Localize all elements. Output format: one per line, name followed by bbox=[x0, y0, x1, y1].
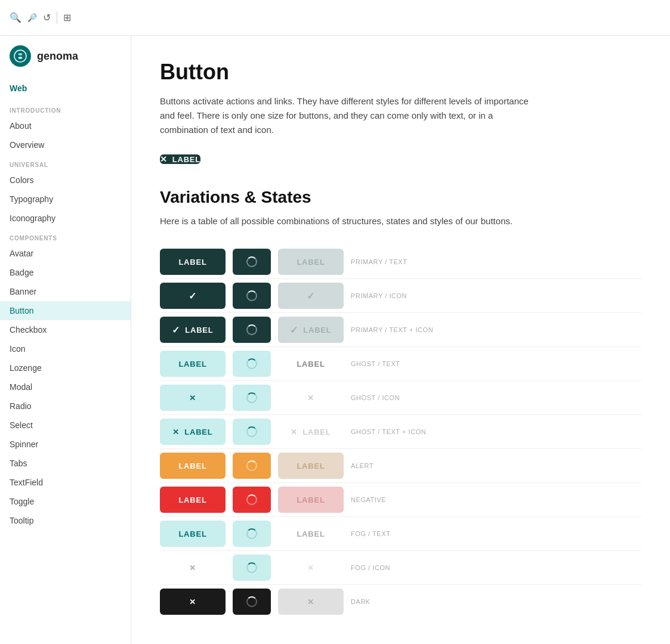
ghost-icon-default-button[interactable]: ✕ bbox=[160, 385, 226, 411]
zoom-out-icon[interactable]: 🔎 bbox=[27, 13, 37, 22]
x-icon: ✕ bbox=[189, 564, 196, 572]
sidebar-item-typography[interactable]: Typography bbox=[0, 190, 131, 209]
dark-default-button[interactable]: ✕ bbox=[160, 589, 226, 615]
primary-icon-loading-button[interactable] bbox=[233, 283, 271, 309]
sidebar-item-radio[interactable]: Radio bbox=[0, 397, 131, 416]
row-label: NEGATIVE bbox=[351, 496, 452, 503]
table-row: ✕ ✕ FOG / ICON bbox=[160, 551, 641, 585]
fog-icon-loading-button[interactable] bbox=[233, 555, 271, 581]
svg-point-0 bbox=[14, 50, 26, 62]
row-label: PRIMARY / TEXT bbox=[351, 258, 452, 265]
primary-icon-disabled-button: ✓ bbox=[278, 283, 344, 309]
fog-text-loading-button[interactable] bbox=[233, 521, 271, 547]
section-universal: UNIVERSAL bbox=[0, 154, 131, 171]
table-row: ✓ LABEL ✓ LABEL PRIMARY / TEXT + ICON bbox=[160, 313, 641, 347]
app-layout: genoma Web INTRODUCTION About Overview U… bbox=[0, 36, 670, 644]
sidebar-item-avatar[interactable]: Avatar bbox=[0, 244, 131, 263]
ghost-icon-disabled-button: ✕ bbox=[278, 385, 344, 411]
sidebar-item-tooltip[interactable]: Tooltip bbox=[0, 511, 131, 530]
primary-text-default-button[interactable]: LABEL bbox=[160, 249, 226, 275]
x-icon: ✕ bbox=[189, 597, 196, 606]
sidebar-item-checkbox[interactable]: Checkbox bbox=[0, 320, 131, 339]
sidebar-item-lozenge[interactable]: Lozenge bbox=[0, 358, 131, 377]
sidebar-item-textfield[interactable]: TextField bbox=[0, 473, 131, 492]
negative-default-button[interactable]: LABEL bbox=[160, 487, 226, 513]
table-row: LABEL LABEL PRIMARY / TEXT bbox=[160, 245, 641, 279]
alert-loading-button[interactable] bbox=[233, 453, 271, 479]
section-introduction: INTRODUCTION bbox=[0, 100, 131, 116]
button-label: LABEL bbox=[297, 496, 325, 504]
table-row: ✕ ✕ DARK bbox=[160, 585, 641, 618]
dark-loading-button[interactable] bbox=[233, 589, 271, 615]
spinner-icon bbox=[246, 324, 257, 335]
sidebar-item-tabs[interactable]: Tabs bbox=[0, 454, 131, 473]
fog-icon-default-button[interactable]: ✕ bbox=[160, 555, 226, 581]
row-label: PRIMARY / ICON bbox=[351, 292, 452, 299]
check-icon: ✓ bbox=[189, 290, 197, 302]
table-row: ✕ LABEL ✕ LABEL GHOST / TEXT + ICON bbox=[160, 415, 641, 449]
variations-description: Here is a table of all possible combinat… bbox=[160, 214, 542, 228]
ghost-text-icon-disabled-button: ✕ LABEL bbox=[278, 419, 344, 445]
primary-icon-default-button[interactable]: ✓ bbox=[160, 283, 226, 309]
spinner-icon bbox=[246, 290, 257, 301]
dark-disabled-button: ✕ bbox=[278, 589, 344, 615]
sidebar-item-select[interactable]: Select bbox=[0, 416, 131, 435]
demo-button[interactable]: ✕ LABEL bbox=[160, 154, 200, 164]
alert-default-button[interactable]: LABEL bbox=[160, 453, 226, 479]
ghost-text-default-button[interactable]: LABEL bbox=[160, 351, 226, 377]
spinner-icon bbox=[246, 358, 257, 369]
sidebar-item-about[interactable]: About bbox=[0, 116, 131, 135]
sidebar-item-overview[interactable]: Overview bbox=[0, 135, 131, 154]
ghost-text-icon-loading-button[interactable] bbox=[233, 419, 271, 445]
button-label: LABEL bbox=[303, 326, 331, 335]
button-label: LABEL bbox=[178, 360, 206, 369]
zoom-in-icon[interactable]: 🔍 bbox=[10, 12, 21, 23]
sidebar-item-banner[interactable]: Banner bbox=[0, 282, 131, 301]
negative-loading-button[interactable] bbox=[233, 487, 271, 513]
button-label: LABEL bbox=[297, 462, 325, 470]
primary-text-disabled-button: LABEL bbox=[278, 249, 344, 275]
ghost-text-loading-button[interactable] bbox=[233, 351, 271, 377]
button-label: LABEL bbox=[297, 258, 325, 267]
row-label: FOG / TEXT bbox=[351, 530, 452, 537]
spinner-icon bbox=[246, 562, 257, 573]
check-icon: ✓ bbox=[290, 324, 298, 336]
primary-text-icon-default-button[interactable]: ✓ LABEL bbox=[160, 317, 226, 343]
sidebar-item-modal[interactable]: Modal bbox=[0, 377, 131, 397]
ghost-text-icon-default-button[interactable]: ✕ LABEL bbox=[160, 419, 226, 445]
row-label: PRIMARY / TEXT + ICON bbox=[351, 326, 452, 333]
button-label: LABEL bbox=[178, 462, 206, 470]
x-icon: ✕ bbox=[291, 428, 298, 436]
spinner-icon bbox=[246, 528, 257, 539]
x-icon: ✕ bbox=[189, 394, 196, 402]
spinner-icon bbox=[246, 256, 257, 267]
primary-text-icon-loading-button[interactable] bbox=[233, 317, 271, 343]
grid-icon[interactable]: ⊞ bbox=[63, 12, 71, 23]
table-row: ✕ ✕ GHOST / ICON bbox=[160, 381, 641, 415]
page-description: Buttons activate actions and links. They… bbox=[160, 94, 542, 137]
sidebar-item-icon[interactable]: Icon bbox=[0, 339, 131, 358]
negative-disabled-button: LABEL bbox=[278, 487, 344, 513]
primary-text-loading-button[interactable] bbox=[233, 249, 271, 275]
sidebar-item-button[interactable]: Button bbox=[0, 301, 131, 320]
sidebar-item-toggle[interactable]: Toggle bbox=[0, 492, 131, 511]
sidebar-item-badge[interactable]: Badge bbox=[0, 263, 131, 282]
check-icon: ✓ bbox=[172, 324, 180, 336]
ghost-icon-loading-button[interactable] bbox=[233, 385, 271, 411]
sidebar-item-spinner[interactable]: Spinner bbox=[0, 435, 131, 454]
zoom-reset-icon[interactable]: ↺ bbox=[43, 12, 51, 23]
logo-icon bbox=[10, 45, 31, 67]
sidebar-item-colors[interactable]: Colors bbox=[0, 171, 131, 190]
button-label: LABEL bbox=[302, 428, 331, 436]
button-label: LABEL bbox=[297, 360, 325, 369]
web-label: Web bbox=[0, 79, 131, 100]
spinner-icon bbox=[246, 392, 257, 403]
button-table: LABEL LABEL PRIMARY / TEXT ✓ bbox=[160, 245, 641, 618]
row-label: DARK bbox=[351, 598, 452, 605]
button-label: LABEL bbox=[184, 428, 212, 436]
sidebar-item-iconography[interactable]: Iconography bbox=[0, 209, 131, 228]
button-label: LABEL bbox=[185, 326, 213, 335]
row-label: GHOST / TEXT bbox=[351, 360, 452, 367]
fog-text-default-button[interactable]: LABEL bbox=[160, 521, 226, 547]
variations-title: Variations & States bbox=[160, 188, 641, 207]
